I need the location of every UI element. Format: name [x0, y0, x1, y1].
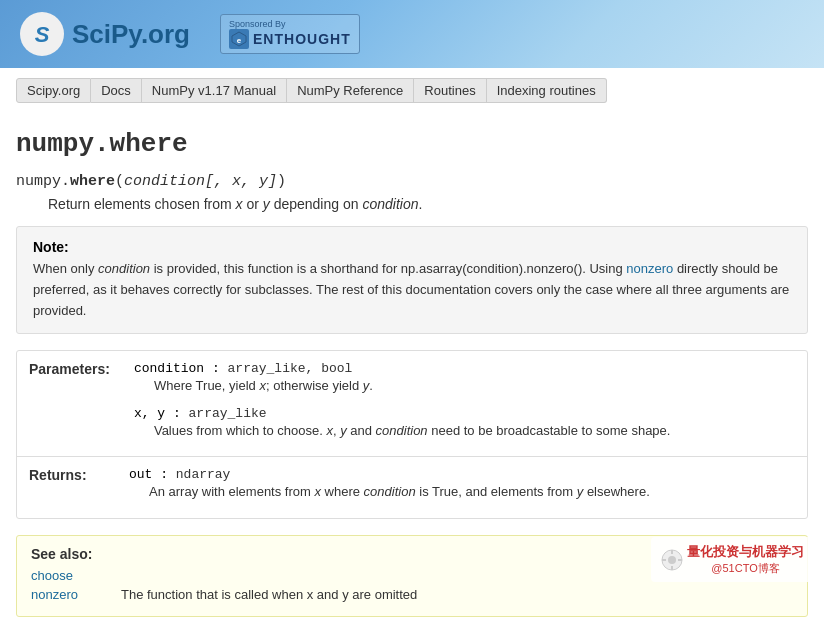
see-also-choose: choose: [31, 568, 793, 583]
sig-params: condition[, x, y]: [124, 173, 277, 190]
note-body: When only condition is provided, this fu…: [33, 259, 791, 321]
param-y-ref: y: [363, 378, 370, 393]
function-description: Return elements chosen from x or y depen…: [48, 196, 808, 212]
see-also-nonzero-link[interactable]: nonzero: [31, 587, 111, 602]
desc-x: x: [236, 196, 243, 212]
returns-label: Returns:: [17, 457, 117, 518]
return-out-name: out: [129, 467, 152, 482]
param-xy-name: x, y: [134, 406, 165, 421]
parameters-section: Parameters: condition : array_like, bool…: [17, 351, 807, 456]
breadcrumb-numpy-reference[interactable]: NumPy Reference: [287, 78, 414, 103]
returns-section: Returns: out : ndarray An array with ele…: [17, 457, 807, 518]
desc-condition: condition: [362, 196, 418, 212]
param-xy: x, y : array_like Values from which to c…: [134, 404, 795, 441]
breadcrumb-indexing[interactable]: Indexing routines: [487, 78, 607, 103]
breadcrumb-numpy-manual[interactable]: NumPy v1.17 Manual: [142, 78, 287, 103]
breadcrumb-docs[interactable]: Docs: [91, 78, 142, 103]
param-xy-y-ref: y: [340, 423, 347, 438]
see-also-box: See also: choose nonzero The function th…: [16, 535, 808, 617]
return-out: out : ndarray An array with elements fro…: [129, 465, 795, 502]
ret-cond-ref: condition: [364, 484, 416, 499]
parameters-content: condition : array_like, bool Where True,…: [122, 351, 807, 456]
breadcrumb: Scipy.org Docs NumPy v1.17 Manual NumPy …: [0, 68, 824, 113]
sig-paren-close: ): [277, 173, 286, 190]
returns-content: out : ndarray An array with elements fro…: [117, 457, 807, 518]
parameters-label: Parameters:: [17, 351, 122, 456]
scipy-logo[interactable]: S SciPy.org: [20, 12, 190, 56]
params-table: Parameters: condition : array_like, bool…: [16, 350, 808, 519]
note-nonzero-link[interactable]: nonzero: [626, 261, 673, 276]
enthought-logo[interactable]: Sponsored By e ENTHOUGHT: [220, 14, 360, 55]
breadcrumb-routines[interactable]: Routines: [414, 78, 486, 103]
page-title: numpy.where: [16, 129, 808, 159]
see-also-nonzero-desc: The function that is called when x and y…: [121, 587, 417, 602]
sig-paren-open: (: [115, 173, 124, 190]
ret-x-ref: x: [314, 484, 321, 499]
scipy-logo-text: SciPy.org: [72, 19, 190, 50]
function-signature: numpy.where(condition[, x, y]): [16, 171, 808, 190]
see-also-choose-link[interactable]: choose: [31, 568, 111, 583]
enthought-text: ENTHOUGHT: [253, 31, 351, 47]
scipy-logo-icon: S: [20, 12, 64, 56]
site-header: S SciPy.org Sponsored By e ENTHOUGHT: [0, 0, 824, 68]
param-xy-x-ref: x: [326, 423, 333, 438]
sig-name: where: [70, 173, 115, 190]
note-box: Note: When only condition is provided, t…: [16, 226, 808, 334]
svg-text:S: S: [35, 22, 50, 47]
note-condition: condition: [98, 261, 150, 276]
desc-y: y: [263, 196, 270, 212]
main-content: numpy.where numpy.where(condition[, x, y…: [0, 113, 824, 622]
param-condition-desc: Where True, yield x; otherwise yield y.: [154, 376, 795, 396]
breadcrumb-scipy[interactable]: Scipy.org: [16, 78, 91, 103]
svg-text:e: e: [237, 36, 242, 45]
param-xy-sep: :: [165, 406, 188, 421]
param-x-ref: x: [259, 378, 266, 393]
return-out-sep: :: [152, 467, 175, 482]
return-out-type: ndarray: [176, 467, 231, 482]
param-condition-type: array_like, bool: [228, 361, 353, 376]
param-condition: condition : array_like, bool Where True,…: [134, 359, 795, 396]
param-xy-desc: Values from which to choose. x, y and co…: [154, 421, 795, 441]
see-also-title: See also:: [31, 546, 793, 562]
note-title: Note:: [33, 239, 791, 255]
param-xy-type: array_like: [189, 406, 267, 421]
enthought-icon: e: [229, 29, 249, 49]
return-out-desc: An array with elements from x where cond…: [149, 482, 795, 502]
sig-prefix: numpy.: [16, 173, 70, 190]
param-xy-cond-ref: condition: [376, 423, 428, 438]
param-condition-sep: :: [204, 361, 227, 376]
see-also-nonzero: nonzero The function that is called when…: [31, 587, 793, 602]
param-condition-name: condition: [134, 361, 204, 376]
ret-y-ref: y: [577, 484, 584, 499]
sponsored-by-text: Sponsored By: [229, 19, 286, 30]
